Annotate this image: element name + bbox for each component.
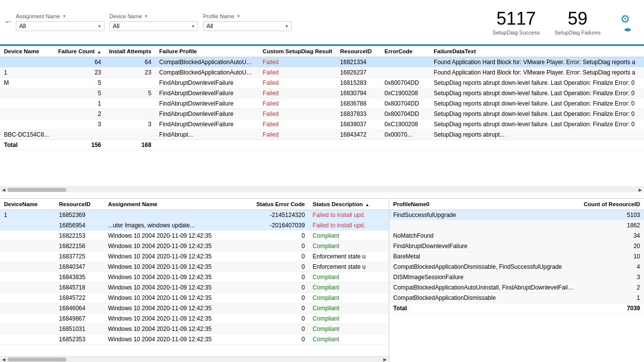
th-error-code[interactable]: ErrorCode bbox=[380, 46, 430, 57]
list-item[interactable]: 16822156Windows 10 2004 2020-11-09 12:42… bbox=[0, 241, 389, 252]
th-ll-status-err[interactable]: Status Error Code bbox=[238, 199, 308, 210]
ll-scroll-right[interactable]: ▶ bbox=[383, 357, 387, 362]
ll-scroll-left[interactable]: ◀ bbox=[2, 357, 5, 362]
th-ll-device[interactable]: DeviceName bbox=[0, 199, 55, 210]
th-count[interactable]: Count of ResourceID bbox=[580, 199, 644, 210]
upper-table-total: Total 156 168 bbox=[0, 140, 644, 150]
table-cell bbox=[0, 283, 55, 293]
list-item[interactable]: FindSuccessfulUpgrade5103 bbox=[389, 210, 644, 220]
table-cell bbox=[0, 220, 55, 231]
table-cell: 16836788 bbox=[336, 99, 380, 109]
th-profile-name[interactable]: ProfileName0 bbox=[389, 199, 580, 210]
table-cell: Windows 10 2004 2020-11-09 12:42:35 bbox=[104, 283, 238, 293]
list-item[interactable]: 16856954...uter Images, windows update..… bbox=[0, 220, 389, 231]
profile-name-select[interactable]: All bbox=[203, 21, 292, 31]
table-cell: Windows 10 2004 2020-11-09 12:42:35 bbox=[104, 272, 238, 283]
table-cell: BBC-DC154C8... bbox=[0, 130, 54, 140]
list-item[interactable]: 16846064Windows 10 2004 2020-11-09 12:42… bbox=[0, 303, 389, 314]
th-failure-count[interactable]: Failure Count ▲ bbox=[54, 46, 105, 57]
list-item[interactable]: FindAbruptDownlevelFailure20 bbox=[389, 241, 644, 252]
filters-area: Assignment Name ▼ All Device Name ▼ All bbox=[16, 13, 492, 31]
table-cell: FindAbruptDownlevelFailure bbox=[389, 241, 580, 252]
table-cell: 1 bbox=[0, 68, 54, 78]
table-cell: 5 bbox=[54, 78, 105, 88]
back-button[interactable]: ← bbox=[4, 17, 13, 27]
table-row[interactable]: 12323CompatBlockedApplicationAutoUninsta… bbox=[0, 68, 644, 78]
list-item[interactable]: CompatBlockedApplicationDismissable1 bbox=[389, 293, 644, 303]
settings-icon-area[interactable]: ⚙ ◀▶ bbox=[620, 12, 635, 32]
table-row[interactable]: 2FindAbruptDownlevelFailureFailed1683783… bbox=[0, 109, 644, 119]
table-row[interactable]: M5FindAbruptDownlevelFailureFailed168152… bbox=[0, 78, 644, 88]
list-item[interactable]: CompatBlockedApplicationAutoUninstall, F… bbox=[389, 283, 644, 293]
list-item[interactable]: NoMatchFound34 bbox=[389, 231, 644, 241]
table-cell: 16830794 bbox=[336, 88, 380, 99]
table-cell: -2016407039 bbox=[238, 220, 308, 231]
upper-table: Device Name Failure Count ▲ Install Atte… bbox=[0, 46, 644, 150]
table-cell bbox=[0, 303, 55, 314]
table-cell bbox=[380, 68, 430, 78]
table-cell: SetupDiag reports abrupt... bbox=[430, 130, 644, 140]
table-cell: 20 bbox=[580, 241, 644, 252]
scroll-right-arrow[interactable]: ▶ bbox=[639, 187, 642, 192]
list-item[interactable]: 1862 bbox=[389, 220, 644, 231]
list-item[interactable]: 16845722Windows 10 2004 2020-11-09 12:42… bbox=[0, 293, 389, 303]
th-custom-result[interactable]: Custom SetupDiag Result bbox=[259, 46, 336, 57]
failure-stat: 59 SetupDiag Failures bbox=[554, 8, 601, 36]
scroll-left-arrow[interactable]: ◀ bbox=[2, 187, 5, 192]
table-cell: Failed bbox=[259, 99, 336, 109]
lower-left-scrollbar[interactable]: ◀ ▶ bbox=[0, 356, 389, 362]
th-ll-assignment[interactable]: Assignment Name bbox=[104, 199, 238, 210]
device-name-select[interactable]: All bbox=[109, 21, 198, 31]
th-failure-data[interactable]: FailureDataText bbox=[430, 46, 644, 57]
lower-right-scroll[interactable]: ProfileName0 Count of ResourceID FindSuc… bbox=[389, 199, 644, 362]
table-cell: 3 bbox=[580, 272, 644, 283]
table-cell bbox=[0, 324, 55, 334]
list-item[interactable]: DISMImageSessionFailure3 bbox=[389, 272, 644, 283]
lower-right-panel: ProfileName0 Count of ResourceID FindSuc… bbox=[389, 199, 644, 362]
assignment-name-select[interactable]: All bbox=[16, 21, 104, 31]
th-ll-resource[interactable]: ResourceID bbox=[55, 199, 104, 210]
list-item[interactable]: 16852353Windows 10 2004 2020-11-09 12:42… bbox=[0, 334, 389, 345]
list-item[interactable]: 16840347Windows 10 2004 2020-11-09 12:42… bbox=[0, 262, 389, 272]
table-cell: 16822156 bbox=[55, 241, 104, 252]
table-row[interactable]: BBC-DC154C8...FindAbrupt...Failed1684347… bbox=[0, 130, 644, 140]
th-install-attempts[interactable]: Install Attempts bbox=[105, 46, 155, 57]
lower-left-scroll[interactable]: DeviceName ResourceID Assignment Name St… bbox=[0, 199, 389, 356]
ll-scrollbar-thumb[interactable] bbox=[7, 358, 67, 362]
table-cell: FindAbruptDownlevelFailure bbox=[155, 119, 259, 130]
list-item[interactable]: 16837725Windows 10 2004 2020-11-09 12:42… bbox=[0, 252, 389, 262]
table-cell: 0 bbox=[238, 334, 308, 345]
list-item[interactable]: BareMetal10 bbox=[389, 252, 644, 262]
profile-sort-icon: ▼ bbox=[237, 14, 241, 19]
table-row[interactable]: 6464CompatBlockedApplicationAutoUninstal… bbox=[0, 57, 644, 68]
table-cell: 2 bbox=[580, 283, 644, 293]
device-sort-icon: ▼ bbox=[144, 14, 148, 19]
table-cell: 16851031 bbox=[55, 324, 104, 334]
list-item[interactable]: CompatBlockedApplicationDismissable, Fin… bbox=[389, 262, 644, 272]
th-ll-status-desc[interactable]: Status Description ▲ bbox=[309, 199, 389, 210]
table-cell: Compliant bbox=[309, 283, 389, 293]
table-cell: 1 bbox=[54, 99, 105, 109]
table-cell: CompatBlockedApplicationDismissable bbox=[389, 293, 580, 303]
table-row[interactable]: 55FindAbruptDownlevelFailureFailed168307… bbox=[0, 88, 644, 99]
table-cell: BareMetal bbox=[389, 252, 580, 262]
list-item[interactable]: 16843835Windows 10 2004 2020-11-09 12:42… bbox=[0, 272, 389, 283]
th-resource-id[interactable]: ResourceID bbox=[336, 46, 380, 57]
table-row[interactable]: 33FindAbruptDownlevelFailureFailed168390… bbox=[0, 119, 644, 130]
upper-scrollbar[interactable]: ◀ ▶ bbox=[0, 186, 644, 192]
upper-scrollbar-thumb[interactable] bbox=[7, 188, 67, 192]
table-row[interactable]: 1FindAbruptDownlevelFailureFailed1683678… bbox=[0, 99, 644, 109]
failure-label: SetupDiag Failures bbox=[554, 30, 601, 36]
list-item[interactable]: 16845718Windows 10 2004 2020-11-09 12:42… bbox=[0, 283, 389, 293]
list-item[interactable]: 16822153Windows 10 2004 2020-11-09 12:42… bbox=[0, 231, 389, 241]
upper-table-scroll[interactable]: Device Name Failure Count ▲ Install Atte… bbox=[0, 46, 644, 186]
list-item[interactable]: 116852369-2145124320Failed to install up… bbox=[0, 210, 389, 220]
list-item[interactable]: 16851031Windows 10 2004 2020-11-09 12:42… bbox=[0, 324, 389, 334]
th-device-name[interactable]: Device Name bbox=[0, 46, 54, 57]
lower-left-header: DeviceName ResourceID Assignment Name St… bbox=[0, 199, 389, 210]
list-item[interactable]: 16849867Windows 10 2004 2020-11-09 12:42… bbox=[0, 314, 389, 324]
upper-table-body: 6464CompatBlockedApplicationAutoUninstal… bbox=[0, 57, 644, 140]
table-cell bbox=[105, 109, 155, 119]
table-cell: 5 bbox=[105, 88, 155, 99]
th-failure-profile[interactable]: Failure Profile bbox=[155, 46, 259, 57]
